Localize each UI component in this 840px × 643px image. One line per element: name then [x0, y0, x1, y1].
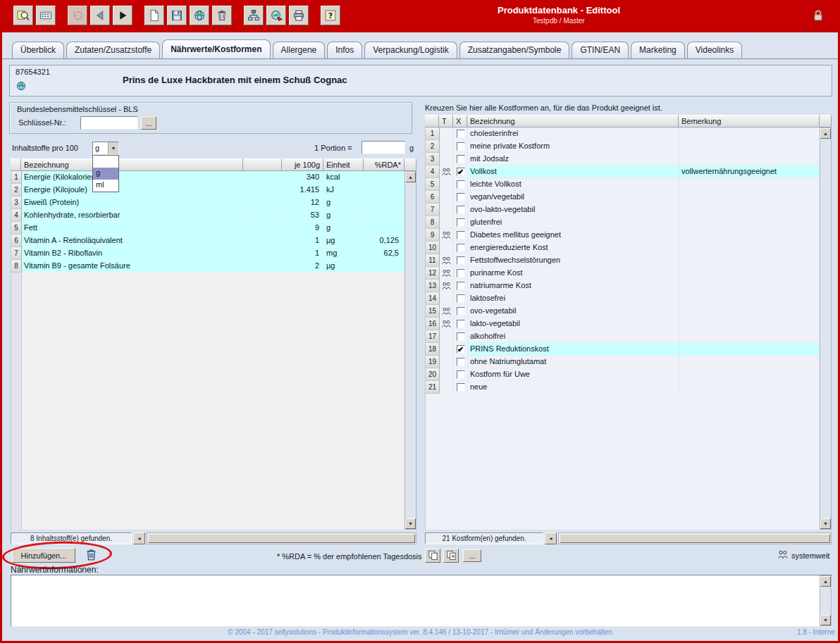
tab-zusatzangaben-symbole[interactable]: Zusatzangaben/Symbole	[459, 42, 570, 58]
kostform-checkbox[interactable]	[457, 332, 465, 341]
nutrient-row[interactable]: 6Vitamin A - Retinoläquivalent1µg0,125	[11, 235, 404, 247]
new-document-button[interactable]	[144, 6, 164, 25]
col-t[interactable]: T	[439, 115, 453, 127]
scroll-up-icon[interactable]: ▲	[405, 172, 416, 182]
delete-button[interactable]	[212, 6, 232, 25]
col-einheit[interactable]: Einheit	[323, 158, 364, 171]
kostform-checkbox[interactable]	[457, 142, 465, 151]
copy-kostform-button[interactable]	[425, 549, 440, 563]
kostform-checkbox[interactable]	[457, 320, 465, 328]
kostform-checkbox[interactable]: ✔	[457, 345, 465, 354]
kostform-checkbox[interactable]	[457, 294, 465, 303]
kostform-checkbox[interactable]	[457, 180, 465, 189]
scroll-down-icon[interactable]: ▼	[405, 518, 416, 529]
col-x[interactable]: X	[453, 115, 467, 127]
scroll-up-icon[interactable]: ▲	[820, 576, 831, 587]
tab-nährwerte-kostformen[interactable]: Nährwerte/Kostformen	[162, 39, 270, 58]
kostform-checkbox[interactable]	[457, 256, 465, 265]
kostform-row[interactable]: 19ohne Natriumglutamat	[426, 356, 820, 368]
col-rda[interactable]: %RDA*	[364, 158, 404, 171]
kostform-row[interactable]: 11Fettstoffwechselstörungen	[426, 254, 820, 267]
kostform-row[interactable]: 14laktosefrei	[426, 292, 820, 305]
search-button[interactable]	[13, 6, 33, 25]
kostform-row[interactable]: 10energiereduzierte Kost	[426, 242, 820, 254]
nutrient-row[interactable]: 4Kohlenhydrate, resorbierbar53g	[11, 209, 404, 222]
tab-marketing[interactable]: Marketing	[631, 42, 685, 58]
nutrient-row[interactable]: 1Energie (Kilokalorien)340kcal	[11, 171, 404, 184]
undo-button[interactable]	[68, 6, 87, 25]
col-je100g[interactable]: je 100g	[282, 158, 323, 171]
nutrient-row[interactable]: 2Energie (Kilojoule)1.415kJ	[11, 184, 404, 196]
kostform-row[interactable]: 13natriumarme Kost	[426, 280, 820, 292]
portion-input[interactable]	[362, 141, 405, 154]
kostform-row[interactable]: 8glutenfrei	[426, 216, 820, 229]
kostform-checkbox[interactable]	[457, 269, 465, 277]
nutrition-info-textarea[interactable]	[11, 575, 820, 626]
unit-option-ml[interactable]: ml	[93, 180, 118, 192]
kostform-row[interactable]: 4✔Vollkostvollwerternährungsgeeignet	[426, 166, 820, 178]
kostform-row[interactable]: 16lakto-vegetabil	[426, 318, 820, 330]
chevron-down-icon[interactable]: ▼	[108, 142, 118, 154]
bls-key-input[interactable]	[80, 116, 138, 130]
kostform-checkbox[interactable]	[457, 282, 465, 290]
kostform-row[interactable]: 20Kostform für Uwe	[426, 368, 820, 381]
kostform-checkbox[interactable]	[457, 218, 465, 227]
kostform-checkbox[interactable]	[457, 370, 465, 379]
tab-allergene[interactable]: Allergene	[273, 42, 326, 58]
scroll-down-icon[interactable]: ▼	[820, 518, 831, 529]
kostform-row[interactable]: 6vegan/vegetabil	[426, 191, 820, 204]
kostform-checkbox[interactable]	[457, 155, 465, 163]
kostform-checkbox[interactable]	[457, 383, 465, 392]
delete-nutrient-icon[interactable]	[85, 547, 97, 562]
nutrient-horizontal-scrollbar[interactable]	[147, 532, 416, 544]
col-bezeichnung[interactable]: Bezeichnung	[21, 158, 243, 171]
keypad-button[interactable]	[36, 6, 56, 25]
kostform-row[interactable]: 12purinarme Kost	[426, 267, 820, 280]
tab-verpackung-logistik[interactable]: Verpackung/Logistik	[364, 42, 457, 58]
tab-zutaten-zusatzstoffe[interactable]: Zutaten/Zusatzstoffe	[66, 42, 160, 58]
col-kostform-bezeichnung[interactable]: Bezeichnung	[467, 115, 679, 127]
kostform-checkbox[interactable]	[457, 193, 465, 201]
kostform-row[interactable]: 2meine private Kostform	[426, 140, 820, 153]
tab-gtin-ean[interactable]: GTIN/EAN	[572, 42, 629, 58]
kostform-row[interactable]: 5leichte Vollkost	[426, 178, 820, 191]
tab-infos[interactable]: Infos	[327, 42, 362, 58]
globe-button[interactable]	[190, 6, 209, 25]
scroll-left-icon[interactable]: ◄	[133, 532, 145, 544]
kostform-checkbox[interactable]	[457, 358, 465, 366]
col-bemerkung[interactable]: Bemerkung	[679, 115, 820, 127]
copy-add-kostform-button[interactable]	[443, 549, 459, 563]
kostform-vertical-scrollbar[interactable]: ▲ ▼	[820, 127, 832, 530]
tab-videolinks[interactable]: Videolinks	[687, 42, 742, 58]
nutrient-row[interactable]: 8Vitamin B9 - gesamte Folsäure2µg	[11, 260, 404, 273]
kostform-checkbox[interactable]	[457, 244, 465, 252]
kostform-checkbox[interactable]	[457, 130, 465, 138]
unit-option-blank[interactable]	[93, 156, 118, 168]
back-button[interactable]	[90, 6, 110, 25]
kostform-row[interactable]: 7ovo-lakto-vegetabil	[426, 204, 820, 216]
nutrient-vertical-scrollbar[interactable]: ▲ ▼	[404, 171, 416, 530]
scroll-up-icon[interactable]: ▲	[820, 128, 831, 139]
bls-browse-button[interactable]: ...	[141, 116, 156, 130]
kostform-row[interactable]: 15ovo-vegetabil	[426, 305, 820, 318]
scroll-left-icon[interactable]: ◄	[545, 532, 557, 544]
kostform-checkbox[interactable]: ✔	[457, 168, 465, 176]
kostform-checkbox[interactable]	[457, 307, 465, 316]
hierarchy-button[interactable]	[244, 6, 264, 25]
nutrient-row[interactable]: 5Fett9g	[11, 222, 404, 235]
kostform-row[interactable]: 18✔PRINS Reduktionskost	[426, 343, 820, 356]
world-button[interactable]	[266, 6, 286, 25]
product-globe-icon[interactable]	[16, 80, 27, 92]
kostform-checkbox[interactable]	[457, 231, 465, 239]
kostform-more-button[interactable]: ...	[463, 549, 481, 562]
scroll-down-icon[interactable]: ▼	[820, 615, 831, 625]
kostform-row[interactable]: 3mit Jodsalz	[426, 153, 820, 166]
help-button[interactable]: ?	[321, 6, 340, 25]
kostform-row[interactable]: 9Diabetes mellitus geeignet	[426, 229, 820, 242]
save-button[interactable]	[167, 6, 187, 25]
print-button[interactable]	[289, 6, 309, 25]
kostform-row[interactable]: 21neue	[426, 381, 820, 394]
kostform-row[interactable]: 1cholesterinfrei	[426, 127, 820, 140]
add-nutrient-button[interactable]: Hinzufügen...	[12, 548, 75, 563]
tab-überblick[interactable]: Überblick	[12, 42, 64, 58]
